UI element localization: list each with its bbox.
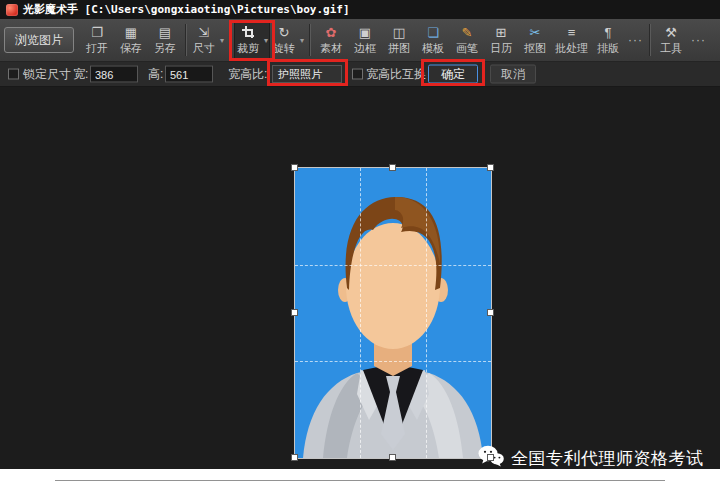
collage-icon: ◫ <box>393 25 405 40</box>
toolbar-brush-button[interactable]: ✎画笔 <box>450 20 484 60</box>
crop-handle[interactable] <box>389 164 396 171</box>
toolbar-save-button[interactable]: ▦保存 <box>114 20 148 60</box>
toolbar-more-button[interactable]: ··· <box>625 20 646 60</box>
height-input[interactable] <box>165 66 213 83</box>
browse-images-button[interactable]: 浏览图片 <box>4 27 74 53</box>
tools-icon: ⚒ <box>665 25 677 40</box>
aspect-ratio-label: 宽高比: <box>228 66 267 83</box>
toolbar-material-button[interactable]: ✿素材 <box>314 20 348 60</box>
matting-icon: ✂ <box>530 25 541 40</box>
toolbar-button-label: 打开 <box>86 41 108 56</box>
toolbar-button-label: 边框 <box>354 41 376 56</box>
chevron-down-icon: ▾ <box>264 36 268 45</box>
crop-options-bar: 锁定尺寸 宽: 高: 宽高比: 护照照片 宽高比互换 确定 取消 <box>0 62 720 87</box>
window-title: 光影魔术手 [C:\Users\gongxiaoting\Pictures\bo… <box>23 2 350 17</box>
crop-handle[interactable] <box>291 309 298 316</box>
toolbar-template-button[interactable]: ❏模板 <box>416 20 450 60</box>
watermark-text: 全国专利代理师资格考试 <box>511 447 704 470</box>
toolbar-separator <box>649 24 651 56</box>
toolbar-batch-button[interactable]: ≡批处理 <box>552 20 591 60</box>
crop-handle[interactable] <box>487 309 494 316</box>
toolbar-separator <box>185 24 187 56</box>
toolbar-more-button[interactable]: ··· <box>688 20 709 60</box>
toolbar-button-label: 日历 <box>490 41 512 56</box>
crop-handle[interactable] <box>487 164 494 171</box>
crop-icon <box>241 25 255 40</box>
frame-icon: ▣ <box>359 25 371 40</box>
app-logo-icon <box>6 4 18 16</box>
toolbar-button-label: 另存 <box>154 41 176 56</box>
toolbar-button-label: 画笔 <box>456 41 478 56</box>
lock-size-label: 锁定尺寸 <box>23 66 71 83</box>
save-icon: ▦ <box>125 25 137 40</box>
rotate-icon: ↻ <box>279 25 290 40</box>
toolbar-button-label: 批处理 <box>555 41 588 56</box>
crop-handle[interactable] <box>291 454 298 461</box>
toolbar-separator <box>229 24 231 56</box>
grid-line-horizontal <box>295 265 491 266</box>
height-label: 高: <box>148 66 163 83</box>
toolbar-open-button[interactable]: ❐打开 <box>80 20 114 60</box>
toolbar-button-label: 模板 <box>422 41 444 56</box>
chevron-down-icon: ▾ <box>220 36 224 45</box>
typeset-icon: ¶ <box>605 25 612 40</box>
photo-boy-image <box>295 168 491 458</box>
ok-button[interactable]: 确定 <box>428 65 478 84</box>
toolbar-crop-button[interactable]: 裁剪▾ <box>234 20 270 60</box>
toolbar-groups: ❐打开▦保存▤另存⇲尺寸▾裁剪▾↻旋转▾✿素材▣边框◫拼图❏模板✎画笔⊞日历✂抠… <box>80 19 716 61</box>
lock-size-checkbox[interactable] <box>8 69 19 80</box>
batch-icon: ≡ <box>568 25 576 40</box>
toolbar-button-label: 排版 <box>597 41 619 56</box>
crop-handle[interactable] <box>389 454 396 461</box>
width-label: 宽: <box>73 66 88 83</box>
toolbar-button-label: 保存 <box>120 41 142 56</box>
toolbar-button-label: 素材 <box>320 41 342 56</box>
toolbar-save-as-button[interactable]: ▤另存 <box>148 20 182 60</box>
aspect-ratio-select[interactable]: 护照照片 <box>272 65 342 83</box>
crop-handle[interactable] <box>487 454 494 461</box>
cancel-button[interactable]: 取消 <box>490 65 536 84</box>
toolbar-button-label: 工具 <box>660 41 682 56</box>
grid-line-vertical <box>360 168 361 458</box>
resize-icon: ⇲ <box>199 25 210 40</box>
material-icon: ✿ <box>326 25 337 40</box>
open-icon: ❐ <box>91 25 103 40</box>
title-bar: 光影魔术手 [C:\Users\gongxiaoting\Pictures\bo… <box>0 0 720 19</box>
toolbar-button-label: 裁剪 <box>237 41 259 56</box>
toolbar-button-label: 尺寸 <box>193 41 215 56</box>
brush-icon: ✎ <box>462 25 473 40</box>
width-input[interactable] <box>90 66 138 83</box>
grid-line-vertical <box>426 168 427 458</box>
toolbar-typeset-button[interactable]: ¶排版 <box>591 20 625 60</box>
toolbar-rotate-button[interactable]: ↻旋转▾ <box>270 20 306 60</box>
grid-line-horizontal <box>295 361 491 362</box>
toolbar-matting-button[interactable]: ✂抠图 <box>518 20 552 60</box>
save-as-icon: ▤ <box>159 25 171 40</box>
chevron-down-icon: ▾ <box>300 36 304 45</box>
toolbar-collage-button[interactable]: ◫拼图 <box>382 20 416 60</box>
main-toolbar: 浏览图片 ❐打开▦保存▤另存⇲尺寸▾裁剪▾↻旋转▾✿素材▣边框◫拼图❏模板✎画笔… <box>0 19 720 62</box>
swap-ratio-checkbox[interactable] <box>352 69 363 80</box>
crop-handle[interactable] <box>291 164 298 171</box>
toolbar-button-label: 拼图 <box>388 41 410 56</box>
more-icon: ··· <box>628 33 643 48</box>
toolbar-button-label: 旋转 <box>273 41 295 56</box>
toolbar-resize-button[interactable]: ⇲尺寸▾ <box>190 20 226 60</box>
toolbar-separator <box>309 24 311 56</box>
swap-ratio-label: 宽高比互换 <box>366 66 426 83</box>
toolbar-frame-button[interactable]: ▣边框 <box>348 20 382 60</box>
crop-photo-area[interactable] <box>295 168 491 458</box>
aspect-ratio-value: 护照照片 <box>278 67 322 82</box>
toolbar-button-label: 抠图 <box>524 41 546 56</box>
calendar-icon: ⊞ <box>496 25 507 40</box>
toolbar-tools-button[interactable]: ⚒工具 <box>654 20 688 60</box>
more-icon: ··· <box>691 33 706 48</box>
toolbar-calendar-button[interactable]: ⊞日历 <box>484 20 518 60</box>
image-canvas: 全国专利代理师资格考试 <box>0 87 720 469</box>
template-icon: ❏ <box>427 25 439 40</box>
watermark: 全国专利代理师资格考试 <box>478 445 704 471</box>
bottom-divider <box>55 480 665 481</box>
